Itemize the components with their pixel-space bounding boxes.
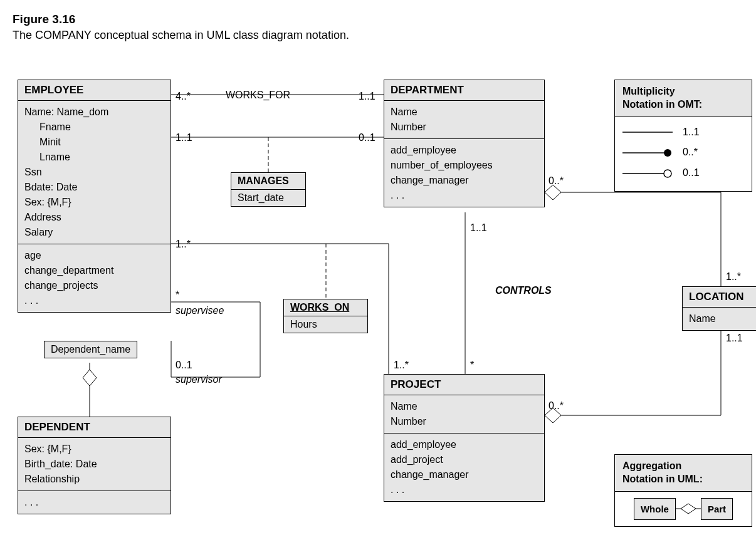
assoc-name: WORKS_ON xyxy=(284,299,367,316)
class-attributes: Sex: {M,F} Birth_date: Date Relationship xyxy=(18,438,171,491)
diagram-canvas: EMPLOYEE Name: Name_dom Fname Minit Lnam… xyxy=(13,67,743,540)
assoc-attr: Hours xyxy=(284,316,367,333)
role-supervisee: supervisee xyxy=(176,305,224,316)
class-location: LOCATION Name xyxy=(682,286,756,331)
mult-controls-bottom: * xyxy=(470,360,474,371)
class-name: DEPARTMENT xyxy=(384,80,544,101)
class-employee: EMPLOYEE Name: Name_dom Fname Minit Lnam… xyxy=(18,80,171,313)
legend-title: Aggregation Notation in UML: xyxy=(615,455,752,492)
assoc-class-manages: MANAGES Start_date xyxy=(231,172,306,207)
svg-marker-15 xyxy=(545,185,561,200)
class-name: PROJECT xyxy=(384,375,544,395)
assoc-name: MANAGES xyxy=(231,173,305,190)
op: number_of_employees xyxy=(391,158,538,173)
legend-title-line1: Multiplicity xyxy=(622,86,675,96)
attr: Name xyxy=(391,399,538,414)
class-name: DEPENDENT xyxy=(18,417,171,438)
class-attributes: Name: Name_dom Fname Minit Lname Ssn Bda… xyxy=(18,101,171,244)
op: change_department xyxy=(24,263,164,278)
attr: Sex: {M,F} xyxy=(24,195,164,210)
assoc-label-controls: CONTROLS xyxy=(495,285,552,296)
attr: Birth_date: Date xyxy=(24,457,164,472)
mult-supervisee: * xyxy=(176,289,179,301)
mult-works-for-left: 4..* xyxy=(176,91,191,102)
op: change_manager xyxy=(391,467,538,482)
legend-body: 1..1 0..* 0..1 xyxy=(615,117,752,191)
class-project: PROJECT Name Number add_employee add_pro… xyxy=(384,374,545,502)
mult-works-for-right: 1..1 xyxy=(359,91,375,102)
legend-aggregation: Aggregation Notation in UML: Whole Part xyxy=(614,454,752,527)
class-dependent: DEPENDENT Sex: {M,F} Birth_date: Date Re… xyxy=(18,417,171,514)
class-name: LOCATION xyxy=(683,287,756,308)
op: add_employee xyxy=(391,437,538,452)
legend-value: 0..1 xyxy=(683,164,700,182)
class-attributes: Name Number xyxy=(384,395,544,434)
class-operations: add_employee number_of_employees change_… xyxy=(384,139,544,207)
mult-manages-right: 0..1 xyxy=(359,132,375,143)
attr: Fname xyxy=(39,120,164,135)
svg-marker-25 xyxy=(681,504,696,514)
legend-value: 1..1 xyxy=(683,123,700,142)
attr: Bdate: Date xyxy=(24,180,164,195)
attr: Minit xyxy=(39,135,164,150)
op: change_projects xyxy=(24,278,164,293)
legend-title-line1: Aggregation xyxy=(622,460,681,471)
op: change_manager xyxy=(391,173,538,188)
diamond-icon xyxy=(676,502,701,516)
attr: Number xyxy=(391,120,538,135)
notation-open-circle-icon xyxy=(622,169,673,179)
op: . . . xyxy=(391,188,538,203)
qualifier-dependent-name: Dependent_name xyxy=(44,341,137,358)
assoc-label-works-for: WORKS_FOR xyxy=(226,90,290,101)
whole-box: Whole xyxy=(634,498,676,520)
mult-dept-loc-dept: 0..* xyxy=(549,175,564,187)
legend-title: Multiplicity Notation in OMT: xyxy=(615,80,752,117)
class-department: DEPARTMENT Name Number add_employee numb… xyxy=(384,80,545,207)
op: add_employee xyxy=(391,143,538,158)
figure-title: Figure 3.16 xyxy=(13,13,743,26)
mult-dept-loc-loc: 1..* xyxy=(726,271,741,283)
notation-line-icon xyxy=(622,127,673,137)
class-operations: . . . xyxy=(18,491,171,514)
attr: Ssn xyxy=(24,165,164,180)
class-attributes: Name Number xyxy=(384,101,544,139)
part-box: Part xyxy=(701,498,733,520)
class-operations: age change_department change_projects . … xyxy=(18,244,171,312)
assoc-class-works-on: WORKS_ON Hours xyxy=(283,299,368,333)
legend-value: 0..* xyxy=(683,143,698,162)
qualifier-label: Dependent_name xyxy=(51,344,130,355)
legend-row: 0..1 xyxy=(622,164,744,182)
mult-works-on-right: 1..* xyxy=(394,360,409,371)
op: . . . xyxy=(391,482,538,497)
op: . . . xyxy=(24,293,164,308)
attr: Address xyxy=(24,210,164,225)
svg-marker-12 xyxy=(83,370,97,386)
mult-proj-loc-proj: 0..* xyxy=(549,400,564,412)
legend-title-line2: Notation in UML: xyxy=(622,474,703,484)
svg-point-23 xyxy=(664,170,671,177)
mult-works-on-left: 1..* xyxy=(176,239,191,250)
legend-omt: Multiplicity Notation in OMT: 1..1 0..* … xyxy=(614,80,752,192)
attr: Sex: {M,F} xyxy=(24,442,164,457)
assoc-attr: Start_date xyxy=(231,190,305,206)
notation-filled-circle-icon xyxy=(622,148,673,158)
role-supervisor: supervisor xyxy=(176,374,222,385)
legend-title-line2: Notation in OMT: xyxy=(622,99,702,110)
op: age xyxy=(24,248,164,263)
svg-point-21 xyxy=(664,149,671,157)
attr: Name: Name_dom xyxy=(24,105,164,120)
attr: Lname xyxy=(39,150,164,165)
class-operations: add_employee add_project change_manager … xyxy=(384,434,544,501)
mult-controls-top: 1..1 xyxy=(470,222,487,234)
attr: Name xyxy=(391,105,538,120)
op: . . . xyxy=(24,495,164,510)
mult-proj-loc-loc: 1..1 xyxy=(726,333,743,344)
class-attributes: Name xyxy=(683,308,756,330)
legend-row: 1..1 xyxy=(622,123,744,142)
mult-supervisor: 0..1 xyxy=(176,360,192,371)
attr: Salary xyxy=(24,225,164,240)
op: add_project xyxy=(391,452,538,467)
figure-caption: The COMPANY conceptual schema in UML cla… xyxy=(13,29,743,42)
attr: Relationship xyxy=(24,472,164,487)
attr: Name xyxy=(689,311,750,326)
